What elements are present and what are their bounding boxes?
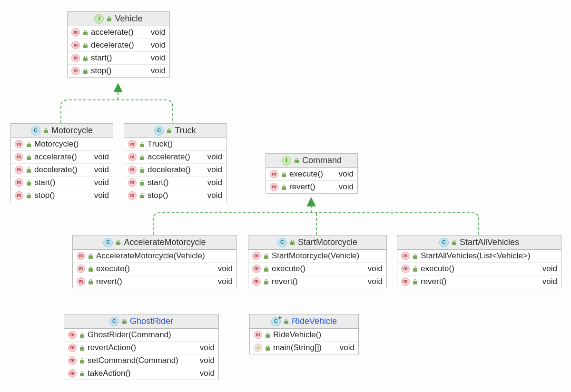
member-signature: accelerate() xyxy=(91,28,142,37)
member-signature: takeAction() xyxy=(88,369,191,378)
class-name: RideVehicle xyxy=(292,316,337,326)
class-startMotorcycle: CStartMotorcyclemStartMotorcycle(Vehicle… xyxy=(248,235,387,288)
member-row: mrevert()void xyxy=(73,275,236,288)
connector-vehicle-impl xyxy=(61,84,173,123)
method-icon: m xyxy=(68,343,77,352)
class-name: Truck xyxy=(175,126,196,136)
method-icon: m xyxy=(128,166,137,174)
member-return-type: void xyxy=(340,343,354,353)
connector-command-impl xyxy=(153,213,479,235)
lock-icon xyxy=(139,167,145,173)
member-signature: execute() xyxy=(96,264,209,274)
lock-icon xyxy=(107,16,112,21)
method-icon: m xyxy=(15,178,23,187)
method-icon: m xyxy=(128,153,137,161)
lock-icon xyxy=(290,240,295,245)
member-signature: revertAction() xyxy=(88,343,191,353)
class-icon: C xyxy=(103,238,113,247)
method-icon: m xyxy=(68,356,77,365)
class-icon: C xyxy=(109,317,119,326)
lock-icon xyxy=(264,279,269,284)
lock-icon xyxy=(413,266,418,272)
class-header: CMotorcycle xyxy=(11,124,113,138)
member-signature: decelerate() xyxy=(34,165,86,175)
lock-icon xyxy=(26,193,31,198)
interface-icon: I xyxy=(282,156,291,166)
member-row: mstop()void xyxy=(124,189,226,202)
method-icon: m xyxy=(252,265,261,273)
lock-icon xyxy=(79,333,85,338)
lock-icon xyxy=(413,254,418,259)
member-row: mStartAllVehicles(List<Vehicle>) xyxy=(397,250,561,263)
member-row: mexecute()void xyxy=(73,263,236,275)
method-icon: m xyxy=(77,277,85,286)
method-icon: m xyxy=(401,277,410,286)
lock-icon xyxy=(139,155,145,160)
member-row: mrevertAction()void xyxy=(64,342,218,354)
lock-icon xyxy=(83,69,88,74)
lock-icon xyxy=(265,345,270,351)
member-row: mrevert()void xyxy=(397,275,561,288)
lock-icon xyxy=(413,279,418,284)
lock-icon xyxy=(167,128,172,133)
class-header: CGhostRider xyxy=(64,314,218,329)
lock-icon xyxy=(122,319,127,324)
member-return-type: void xyxy=(207,191,222,200)
member-row: msetCommand(Command)void xyxy=(64,354,218,367)
member-return-type: void xyxy=(200,369,215,378)
lock-icon xyxy=(88,279,93,284)
method-icon: m xyxy=(77,252,85,260)
method-icon: m xyxy=(71,41,80,49)
class-header: ICommand xyxy=(266,154,357,168)
method-icon: m xyxy=(71,67,80,75)
lock-icon xyxy=(26,142,31,147)
member-row: mGhostRider(Command) xyxy=(64,329,218,342)
member-return-type: void xyxy=(368,264,383,274)
member-return-type: void xyxy=(151,28,166,37)
member-signature: decelerate() xyxy=(91,40,142,50)
member-row: maccelerate()void xyxy=(124,151,226,164)
member-return-type: void xyxy=(207,165,222,175)
lock-icon xyxy=(79,345,85,351)
class-body: mStartAllVehicles(List<Vehicle>)mexecute… xyxy=(397,250,561,288)
method-icon: m xyxy=(252,252,261,260)
member-return-type: void xyxy=(151,53,166,63)
member-signature: accelerate() xyxy=(34,152,86,162)
member-signature: StartMotorcycle(Vehicle) xyxy=(272,251,374,261)
member-row: mMotorcycle() xyxy=(11,138,113,151)
member-row: mdecelerate()void xyxy=(11,164,113,176)
method-icon: m xyxy=(128,191,137,200)
member-row: mAccelerateMotorcycle(Vehicle) xyxy=(73,250,236,263)
lock-icon xyxy=(264,266,269,272)
lock-icon xyxy=(79,371,85,376)
class-vehicle: IVehiclemaccelerate()voidmdecelerate()vo… xyxy=(67,11,170,78)
member-return-type: void xyxy=(368,277,383,286)
method-icon: m xyxy=(401,265,410,273)
class-command: ICommandmexecute()voidmrevert()void xyxy=(266,153,358,194)
method-icon: m xyxy=(71,54,80,62)
member-row: mexecute()void xyxy=(266,168,357,181)
member-signature: execute() xyxy=(272,264,359,274)
member-return-type: void xyxy=(339,169,354,179)
member-return-type: void xyxy=(94,165,109,175)
static-icon: ⚡ xyxy=(254,343,262,352)
lock-icon xyxy=(452,240,457,245)
member-return-type: void xyxy=(200,356,215,365)
class-header: CRideVehicle xyxy=(250,314,358,329)
lock-icon xyxy=(139,180,145,186)
member-row: maccelerate()void xyxy=(68,26,169,39)
member-signature: start() xyxy=(148,178,199,187)
member-return-type: void xyxy=(94,191,109,200)
method-icon: m xyxy=(270,170,278,178)
lock-icon xyxy=(294,158,299,163)
member-row: mstart()void xyxy=(124,176,226,189)
class-body: mGhostRider(Command)mrevertAction()voidm… xyxy=(64,329,218,380)
lock-icon xyxy=(139,142,145,147)
lock-icon xyxy=(264,254,269,259)
member-signature: revert() xyxy=(289,182,330,192)
member-row: ⚡main(String[])void xyxy=(250,342,358,354)
method-icon: m xyxy=(401,252,410,260)
method-icon: m xyxy=(68,331,77,339)
lock-icon xyxy=(281,172,286,177)
member-signature: AccelerateMotorcycle(Vehicle) xyxy=(96,251,224,261)
